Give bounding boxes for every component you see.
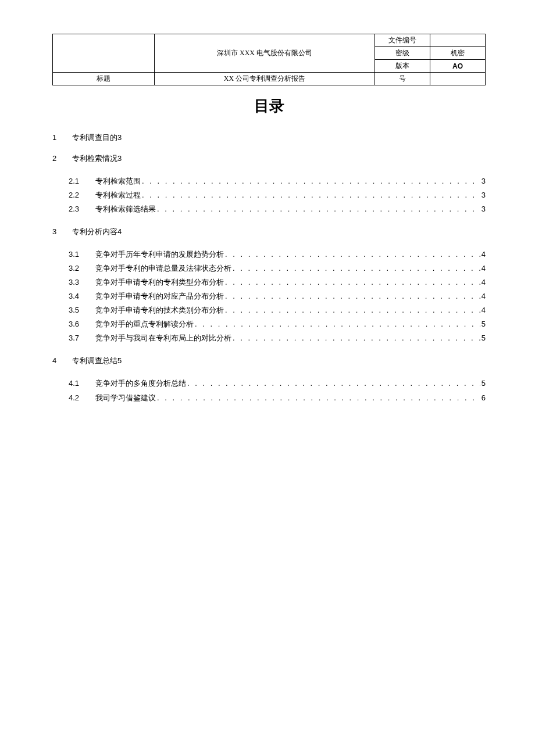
toc-leader-dots: . . . . . . . . . . . . . . . . . . . . … xyxy=(224,303,480,317)
toc-section-title: 专利调查目的 xyxy=(72,132,117,143)
toc-leader-dots: . . . . . . . . . . . . . . . . . . . . … xyxy=(141,188,480,202)
toc-section-page: 3 xyxy=(117,154,122,163)
toc-section-number: 3 xyxy=(52,227,72,236)
toc-sub-item: 3.4竞争对手申请专利的对应产品分布分析. . . . . . . . . . … xyxy=(69,289,486,303)
toc-sub-title: 专利检索范围 xyxy=(95,174,141,188)
header-version-value: AO xyxy=(430,60,486,73)
toc-heading: 目录 xyxy=(52,96,486,116)
toc-sub-page: 3 xyxy=(480,188,486,202)
toc-sub-item: 3.5竞争对手申请专利的技术类别分布分析. . . . . . . . . . … xyxy=(69,303,486,317)
toc-sub-page: 4 xyxy=(480,289,486,303)
toc-sub-title: 竞争对手历年专利申请的发展趋势分析 xyxy=(95,248,224,261)
toc-sub-number: 3.6 xyxy=(69,317,95,331)
toc-sub-item: 3.6竞争对手的重点专利解读分析. . . . . . . . . . . . … xyxy=(69,317,486,331)
toc-sub-item: 2.1专利检索范围. . . . . . . . . . . . . . . .… xyxy=(69,174,486,188)
header-number-value xyxy=(430,73,486,85)
toc-sub-page: 4 xyxy=(480,248,486,261)
toc-sub-title: 专利检索过程 xyxy=(95,188,141,202)
toc-sub-title: 专利检索筛选结果 xyxy=(95,202,156,216)
toc-sub-title: 竞争对手申请专利的对应产品分布分析 xyxy=(95,289,224,303)
toc-section-title: 专利分析内容 xyxy=(72,227,117,237)
header-company-cell: 深圳市 XXX 电气股份有限公司 xyxy=(155,34,375,73)
toc-sub-page: 3 xyxy=(480,202,486,216)
header-logo-cell xyxy=(53,34,155,73)
toc-sub-title: 竞争对手申请专利的专利类型分布分析 xyxy=(95,275,224,289)
toc-section-title: 专利检索情况 xyxy=(72,153,117,164)
toc-sub-title: 竞争对手专利的申请总量及法律状态分析 xyxy=(95,261,231,275)
toc-leader-dots: . . . . . . . . . . . . . . . . . . . . … xyxy=(224,248,480,261)
toc-sub-number: 4.2 xyxy=(69,391,95,405)
toc-section-title: 专利调查总结 xyxy=(72,356,117,366)
toc-sub-item: 2.3专利检索筛选结果. . . . . . . . . . . . . . .… xyxy=(69,202,486,216)
toc-sub-page: 6 xyxy=(480,391,486,405)
toc-sub-page: 4 xyxy=(480,275,486,289)
toc-sub-number: 2.1 xyxy=(69,174,95,188)
toc-leader-dots: . . . . . . . . . . . . . . . . . . . . … xyxy=(186,377,480,390)
toc-sub-item: 3.3竞争对手申请专利的专利类型分布分析. . . . . . . . . . … xyxy=(69,275,486,289)
toc-sub-page: 4 xyxy=(480,303,486,317)
header-docnum-label: 文件编号 xyxy=(375,34,430,47)
document-header-table: 深圳市 XXX 电气股份有限公司 文件编号 密级 机密 版本 AO 标题 XX … xyxy=(52,34,486,85)
toc-sub-item: 4.2我司学习借鉴建议. . . . . . . . . . . . . . .… xyxy=(69,391,486,405)
toc-sub-title: 我司学习借鉴建议 xyxy=(95,391,156,405)
toc-sub-number: 3.1 xyxy=(69,248,95,261)
toc-sub-page: 5 xyxy=(480,331,486,345)
toc-leader-dots: . . . . . . . . . . . . . . . . . . . . … xyxy=(224,275,480,289)
toc-leader-dots: . . . . . . . . . . . . . . . . . . . . … xyxy=(194,317,480,331)
header-number-label: 号 xyxy=(375,73,430,85)
toc-sub-item: 4.1竞争对手的多角度分析总结. . . . . . . . . . . . .… xyxy=(69,377,486,390)
header-secrecy-value: 机密 xyxy=(430,47,486,60)
toc-sub-number: 2.2 xyxy=(69,188,95,202)
toc-section-number: 4 xyxy=(52,356,72,365)
toc-leader-dots: . . . . . . . . . . . . . . . . . . . . … xyxy=(231,261,480,275)
toc-sub-item: 3.1竞争对手历年专利申请的发展趋势分析. . . . . . . . . . … xyxy=(69,248,486,261)
toc-section: 1专利调查目的3 xyxy=(52,132,486,143)
toc-section-number: 2 xyxy=(52,154,72,163)
toc-sub-item: 2.2专利检索过程. . . . . . . . . . . . . . . .… xyxy=(69,188,486,202)
toc-leader-dots: . . . . . . . . . . . . . . . . . . . . … xyxy=(156,391,480,405)
toc-section-page: 5 xyxy=(117,356,122,365)
toc-section-page: 3 xyxy=(117,133,122,142)
toc-sub-title: 竞争对手的重点专利解读分析 xyxy=(95,317,194,331)
toc-section-number: 1 xyxy=(52,133,72,142)
toc-section: 3专利分析内容4 xyxy=(52,227,486,237)
toc-leader-dots: . . . . . . . . . . . . . . . . . . . . … xyxy=(231,331,480,345)
header-title-value: XX 公司专利调查分析报告 xyxy=(155,73,375,85)
header-title-label: 标题 xyxy=(53,73,155,85)
toc-leader-dots: . . . . . . . . . . . . . . . . . . . . … xyxy=(224,289,480,303)
toc-sub-group: 3.1竞争对手历年专利申请的发展趋势分析. . . . . . . . . . … xyxy=(52,248,486,345)
toc-section: 4专利调查总结5 xyxy=(52,356,486,366)
toc-sub-page: 3 xyxy=(480,174,486,188)
toc-sub-group: 2.1专利检索范围. . . . . . . . . . . . . . . .… xyxy=(52,174,486,216)
toc-sub-title: 竞争对手的多角度分析总结 xyxy=(95,377,186,390)
toc-sub-title: 竞争对手申请专利的技术类别分布分析 xyxy=(95,303,224,317)
header-version-label: 版本 xyxy=(375,60,430,73)
toc-leader-dots: . . . . . . . . . . . . . . . . . . . . … xyxy=(141,174,480,188)
toc-section-page: 4 xyxy=(117,227,122,236)
toc-sub-item: 3.7竞争对手与我司在专利布局上的对比分析. . . . . . . . . .… xyxy=(69,331,486,345)
toc-sub-item: 3.2竞争对手专利的申请总量及法律状态分析. . . . . . . . . .… xyxy=(69,261,486,275)
toc-sub-title: 竞争对手与我司在专利布局上的对比分析 xyxy=(95,331,231,345)
toc-sub-number: 3.4 xyxy=(69,289,95,303)
toc-sub-page: 5 xyxy=(480,317,486,331)
toc-sub-group: 4.1竞争对手的多角度分析总结. . . . . . . . . . . . .… xyxy=(52,377,486,404)
toc-sub-number: 3.5 xyxy=(69,303,95,317)
header-docnum-value xyxy=(430,34,486,47)
toc-sub-page: 5 xyxy=(480,377,486,390)
toc-leader-dots: . . . . . . . . . . . . . . . . . . . . … xyxy=(156,202,480,216)
toc-sub-number: 4.1 xyxy=(69,377,95,390)
toc-body: 1专利调查目的32专利检索情况32.1专利检索范围. . . . . . . .… xyxy=(52,132,486,405)
toc-section: 2专利检索情况3 xyxy=(52,153,486,164)
toc-sub-number: 3.2 xyxy=(69,261,95,275)
toc-sub-page: 4 xyxy=(480,261,486,275)
toc-sub-number: 3.7 xyxy=(69,331,95,345)
toc-sub-number: 3.3 xyxy=(69,275,95,289)
header-secrecy-label: 密级 xyxy=(375,47,430,60)
toc-sub-number: 2.3 xyxy=(69,202,95,216)
